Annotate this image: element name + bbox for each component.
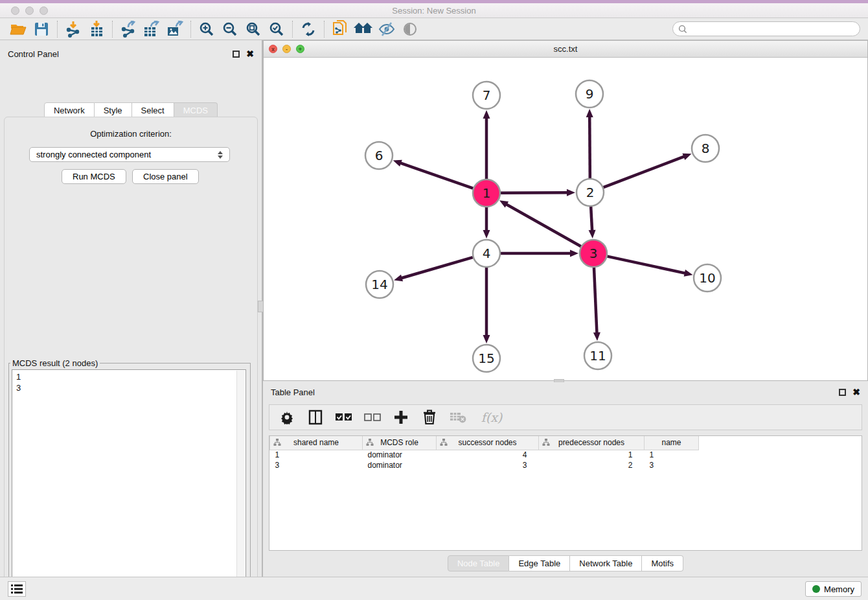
zoom-in-icon[interactable] (195, 19, 218, 39)
edge-3-10[interactable] (608, 257, 686, 273)
graph-node-11[interactable]: 11 (584, 342, 611, 369)
deselect-all-checks-icon[interactable] (364, 408, 381, 426)
graph-node-9[interactable]: 9 (576, 80, 603, 108)
control-panel-title: Control Panel (8, 49, 233, 59)
tab-network-table[interactable]: Network Table (570, 555, 642, 571)
svg-text:9: 9 (586, 86, 594, 102)
column-header-successor-nodes[interactable]: successor nodes (437, 436, 539, 450)
float-table-panel-icon[interactable] (839, 389, 846, 396)
graph-node-6[interactable]: 6 (365, 142, 393, 169)
svg-text:15: 15 (478, 351, 494, 366)
table-row[interactable]: 1dominator411 (270, 450, 699, 460)
save-session-icon[interactable] (30, 19, 53, 39)
zoom-selected-icon[interactable] (265, 19, 288, 39)
table-cell[interactable]: 3 (645, 460, 699, 470)
zoom-out-icon[interactable] (218, 19, 242, 39)
refresh-icon[interactable] (297, 19, 320, 39)
table-cell[interactable]: dominator (363, 460, 437, 470)
search-input[interactable] (691, 25, 860, 34)
tab-motifs[interactable]: Motifs (642, 555, 683, 571)
table-row[interactable]: 3dominator323 (270, 460, 699, 470)
mcds-tab-content: Optimization criterion: strongly connect… (4, 117, 258, 600)
graph-node-10[interactable]: 10 (694, 264, 721, 292)
export-table-icon[interactable] (140, 19, 163, 39)
search-icon (678, 25, 687, 34)
edge-arrowhead (593, 332, 600, 341)
network-canvas[interactable]: 7968124314101511 (264, 58, 867, 380)
import-network-icon[interactable] (62, 19, 85, 39)
edge-4-14[interactable] (401, 257, 473, 278)
delete-row-trash-icon[interactable] (421, 408, 438, 426)
edge-3-11[interactable] (594, 268, 597, 334)
graph-node-4[interactable]: 4 (473, 240, 500, 267)
select-all-checks-icon[interactable] (336, 408, 352, 426)
memory-button[interactable]: Memory (805, 581, 862, 597)
graph-node-7[interactable]: 7 (473, 82, 500, 109)
edge-1-2[interactable] (501, 192, 568, 193)
table-cell[interactable]: 1 (645, 450, 699, 460)
tab-node-table[interactable]: Node Table (448, 555, 510, 571)
result-scrollbar[interactable] (236, 371, 245, 600)
column-header-shared-name[interactable]: shared name (270, 436, 363, 450)
graph-node-3[interactable]: 3 (580, 240, 607, 267)
hierarchy-icon (273, 439, 281, 446)
graph-node-14[interactable]: 14 (366, 271, 393, 298)
table-cell[interactable]: 2 (539, 460, 645, 470)
zoom-fit-icon[interactable] (242, 19, 265, 39)
table-panel-title: Table Panel (271, 387, 839, 397)
network-from-clipboard-icon[interactable] (328, 19, 352, 39)
svg-text:6: 6 (375, 148, 383, 163)
network-window-titlebar[interactable]: x - + scc.txt (264, 41, 867, 58)
table-cell[interactable]: 1 (539, 450, 645, 460)
graph-node-8[interactable]: 8 (692, 135, 719, 162)
table-cell[interactable]: 3 (270, 460, 363, 470)
houses-icon[interactable] (352, 19, 375, 39)
task-history-button[interactable] (8, 581, 26, 597)
settings-gear-icon[interactable] (279, 408, 295, 426)
list-icon (11, 584, 23, 594)
table-cell[interactable]: dominator (363, 450, 437, 460)
column-header-label: MCDS role (380, 438, 418, 447)
table-cell[interactable]: 1 (270, 450, 363, 460)
add-row-icon[interactable] (393, 408, 409, 426)
table-cell[interactable]: 3 (437, 460, 539, 470)
export-network-icon[interactable] (117, 19, 140, 39)
close-panel-icon[interactable]: ✖ (246, 49, 254, 58)
table-toolbar: f(x) (269, 404, 862, 430)
graph-node-15[interactable]: 15 (473, 345, 500, 372)
edge-1-6[interactable] (400, 163, 473, 189)
mcds-result-text[interactable]: 13 (12, 369, 246, 600)
column-header-name[interactable]: name (645, 436, 699, 450)
node-table[interactable]: shared nameMCDS rolesuccessor nodesprede… (269, 435, 862, 551)
export-image-icon[interactable] (163, 19, 187, 39)
chevron-updown-icon (218, 151, 223, 159)
edge-2-3[interactable] (591, 207, 592, 231)
column-header-label: successor nodes (458, 438, 516, 447)
tab-edge-table[interactable]: Edge Table (509, 555, 570, 571)
edge-2-9[interactable] (589, 116, 590, 178)
edge-arrowhead (589, 230, 596, 238)
close-panel-button[interactable]: Close panel (132, 169, 199, 184)
run-mcds-button[interactable]: Run MCDS (62, 169, 126, 184)
selected-option: strongly connected component (36, 150, 151, 159)
optimization-criterion-select[interactable]: strongly connected component (29, 147, 230, 162)
hide-selected-eye-icon[interactable] (375, 19, 398, 39)
table-cell[interactable]: 4 (437, 450, 539, 460)
graph-node-1[interactable]: 1 (473, 179, 500, 207)
mcds-result-title: MCDS result (2 nodes) (10, 358, 100, 368)
close-table-panel-icon[interactable]: ✖ (852, 387, 860, 397)
memory-status-icon (812, 585, 820, 593)
edge-2-8[interactable] (604, 156, 685, 187)
edge-3-1[interactable] (506, 204, 581, 247)
column-header-predecessor-nodes[interactable]: predecessor nodes (539, 436, 645, 450)
edge-arrowhead (684, 270, 693, 277)
search-box[interactable] (672, 21, 860, 36)
hierarchy-icon (440, 439, 448, 446)
float-panel-icon[interactable] (233, 51, 240, 58)
graph-node-2[interactable]: 2 (577, 179, 604, 206)
show-columns-icon[interactable] (307, 408, 324, 426)
import-table-icon[interactable] (85, 19, 108, 39)
column-header-MCDS-role[interactable]: MCDS role (363, 436, 437, 450)
edge-arrowhead (567, 189, 575, 196)
open-file-icon[interactable] (6, 19, 30, 39)
